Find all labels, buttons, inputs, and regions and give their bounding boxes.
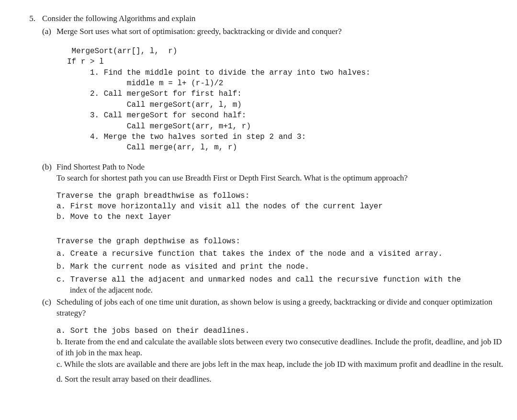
dfs-line4-tail: index of the adjacent node. — [70, 286, 153, 294]
part-b: (b) Find Shortest Path to Node To search… — [42, 162, 507, 296]
part-c: (c) Scheduling of jobs each of one time … — [42, 297, 507, 385]
part-b-container: (b) Find Shortest Path to Node To search… — [42, 162, 507, 386]
step-c: c. While the slots are available and the… — [56, 359, 507, 370]
step-d: d. Sort the result array based on their … — [56, 374, 507, 385]
part-c-label: (c) — [42, 297, 56, 385]
part-a-prompt: Merge Sort uses what sort of optimisatio… — [56, 27, 342, 36]
question-number: 5. — [10, 13, 42, 37]
part-b-prompt: To search for shortest path you can use … — [56, 173, 507, 184]
step-b: b. Iterate from the end and calculate th… — [56, 337, 507, 359]
part-c-prompt: Scheduling of jobs each of one time unit… — [56, 297, 507, 319]
part-b-body: Find Shortest Path to Node To search for… — [56, 162, 507, 296]
dfs-line4-mono: c. Traverse all the adjacent and unmarke… — [56, 275, 461, 284]
bfs-code: Traverse the graph breadthwise as follow… — [56, 191, 507, 223]
part-a-body: Merge Sort uses what sort of optimisatio… — [56, 26, 507, 37]
dfs-line4: c. Traverse all the adjacent and unmarke… — [56, 274, 507, 296]
dfs-line2: a. Create a recursive function that take… — [56, 249, 507, 259]
dfs-line1: Traverse the graph depthwise as follows: — [56, 236, 507, 247]
part-c-body: Scheduling of jobs each of one time unit… — [56, 297, 507, 385]
part-c-steps: a. Sort the jobs based on their deadline… — [56, 326, 507, 385]
part-b-label: (b) — [42, 162, 56, 296]
part-a: (a) Merge Sort uses what sort of optimis… — [42, 26, 507, 37]
dfs-line3: b. Mark the current node as visited and … — [56, 261, 507, 272]
step-a: a. Sort the jobs based on their deadline… — [56, 326, 507, 336]
part-b-title: Find Shortest Path to Node — [56, 162, 507, 173]
question-row: 5. Consider the following Algorithms and… — [10, 13, 507, 37]
question-body: Consider the following Algorithms and ex… — [42, 13, 507, 37]
mergesort-code: MergeSort(arr[], l, r) If r > l 1. Find … — [67, 46, 507, 153]
question-intro: Consider the following Algorithms and ex… — [42, 13, 507, 24]
part-a-label: (a) — [42, 26, 56, 37]
